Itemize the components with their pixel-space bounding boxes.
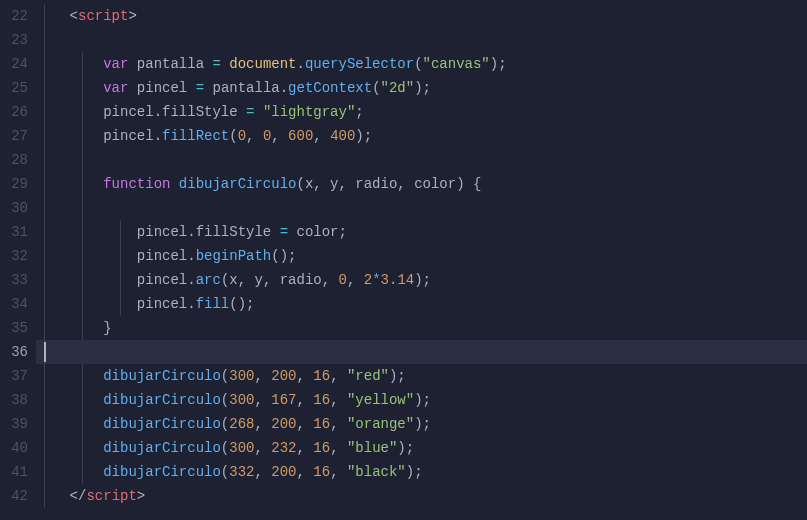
token-kw: var: [103, 56, 128, 72]
token-plain: [271, 224, 279, 240]
token-kw: var: [103, 80, 128, 96]
token-plain: pantalla: [212, 80, 279, 96]
indent-guide: [82, 172, 83, 196]
token-plain: [254, 104, 262, 120]
token-tag: script: [86, 488, 136, 504]
token-punc: </: [70, 488, 87, 504]
code-line[interactable]: function dibujarCirculo(x, y, radio, col…: [36, 172, 807, 196]
code-line[interactable]: var pantalla = document.querySelector("c…: [36, 52, 807, 76]
token-punc: ,: [263, 272, 280, 288]
token-num: 300: [229, 392, 254, 408]
code-line[interactable]: pincel.beginPath();: [36, 244, 807, 268]
code-line[interactable]: [36, 148, 807, 172]
code-line[interactable]: </script>: [36, 484, 807, 508]
indent-guide: [44, 484, 45, 508]
token-punc: ,: [297, 368, 314, 384]
token-punc: ,: [330, 440, 347, 456]
indent-guide: [44, 268, 45, 292]
token-punc: ,: [330, 392, 347, 408]
token-punc: ,: [313, 176, 330, 192]
token-punc: ,: [271, 128, 288, 144]
code-line[interactable]: [36, 340, 807, 364]
token-punc: ,: [254, 416, 271, 432]
indent-guide: [44, 364, 45, 388]
code-line-content: dibujarCirculo(300, 232, 16, "blue");: [36, 440, 414, 456]
indent-guide: [82, 316, 83, 340]
indent-guide: [44, 124, 45, 148]
token-plain: [170, 176, 178, 192]
token-punc: ;: [246, 296, 254, 312]
code-line[interactable]: pincel.fill();: [36, 292, 807, 316]
token-fn: dibujarCirculo: [179, 176, 297, 192]
token-plain: pincel: [137, 248, 187, 264]
code-line-content: pincel.arc(x, y, radio, 0, 2*3.14);: [36, 272, 431, 288]
code-line-content: dibujarCirculo(268, 200, 16, "orange");: [36, 416, 431, 432]
code-line[interactable]: dibujarCirculo(268, 200, 16, "orange");: [36, 412, 807, 436]
code-line[interactable]: dibujarCirculo(300, 167, 16, "yellow");: [36, 388, 807, 412]
token-str: "blue": [347, 440, 397, 456]
token-punc: >: [137, 488, 145, 504]
token-punc: ): [414, 272, 422, 288]
indent-guide: [82, 436, 83, 460]
code-line-content: var pantalla = document.querySelector("c…: [36, 56, 507, 72]
token-plain: [288, 224, 296, 240]
token-punc: ,: [339, 176, 356, 192]
code-line-content: [36, 344, 70, 360]
indent-guide: [44, 220, 45, 244]
indent-guide: [44, 388, 45, 412]
code-line[interactable]: pincel.fillStyle = "lightgray";: [36, 100, 807, 124]
token-op: =: [196, 80, 204, 96]
code-line[interactable]: pincel.fillRect(0, 0, 600, 400);: [36, 124, 807, 148]
line-number: 22: [0, 4, 28, 28]
line-number: 26: [0, 100, 28, 124]
token-plain: [128, 56, 136, 72]
token-punc: (: [221, 416, 229, 432]
token-punc: .: [187, 296, 195, 312]
token-punc: ): [414, 80, 422, 96]
token-op: *: [372, 272, 380, 288]
token-param: radio: [355, 176, 397, 192]
code-line[interactable]: dibujarCirculo(300, 200, 16, "red");: [36, 364, 807, 388]
text-cursor: [44, 342, 46, 362]
token-num: 200: [271, 368, 296, 384]
code-area[interactable]: <script> var pantalla = document.querySe…: [36, 0, 807, 520]
token-punc: .: [187, 272, 195, 288]
token-plain: pincel: [137, 80, 187, 96]
token-num: 167: [271, 392, 296, 408]
token-punc: ,: [322, 272, 339, 288]
indent-guide: [120, 268, 121, 292]
token-punc: ;: [355, 104, 363, 120]
token-num: 0: [238, 128, 246, 144]
code-line[interactable]: var pincel = pantalla.getContext("2d");: [36, 76, 807, 100]
token-punc: ): [414, 392, 422, 408]
token-num: 400: [330, 128, 355, 144]
token-plain: [128, 80, 136, 96]
token-plain: x: [229, 272, 237, 288]
code-line[interactable]: [36, 196, 807, 220]
code-line[interactable]: <script>: [36, 4, 807, 28]
token-punc: ,: [313, 128, 330, 144]
indent-guide: [82, 460, 83, 484]
code-line[interactable]: pincel.arc(x, y, radio, 0, 2*3.14);: [36, 268, 807, 292]
indent-guide: [44, 28, 45, 52]
code-line[interactable]: }: [36, 316, 807, 340]
token-num: 600: [288, 128, 313, 144]
code-line[interactable]: dibujarCirculo(300, 232, 16, "blue");: [36, 436, 807, 460]
token-num: 16: [313, 392, 330, 408]
line-number: 39: [0, 412, 28, 436]
token-punc: (: [221, 368, 229, 384]
code-line[interactable]: pincel.fillStyle = color;: [36, 220, 807, 244]
indent-guide: [82, 244, 83, 268]
token-plain: pincel: [137, 272, 187, 288]
code-line[interactable]: [36, 28, 807, 52]
code-line[interactable]: dibujarCirculo(332, 200, 16, "black");: [36, 460, 807, 484]
code-editor[interactable]: 2223242526272829303132333435363738394041…: [0, 0, 807, 520]
indent-guide: [120, 292, 121, 316]
indent-guide: [44, 4, 45, 28]
token-punc: ): [355, 128, 363, 144]
token-num: 16: [313, 368, 330, 384]
indent-guide: [82, 148, 83, 172]
token-fn: dibujarCirculo: [103, 464, 221, 480]
token-num: 200: [271, 416, 296, 432]
token-var: document: [229, 56, 296, 72]
